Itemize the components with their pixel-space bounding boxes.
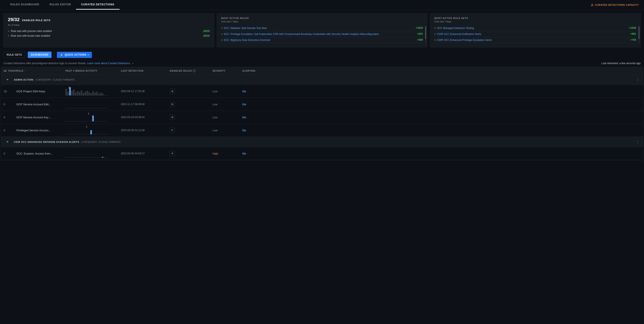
th-last-detection[interactable]: Last Detection bbox=[118, 67, 167, 74]
td-badge: B bbox=[167, 86, 210, 96]
group-row-cdir-scc: CDIR SCC Enhanced Defense Evasion Alerts… bbox=[1, 137, 643, 147]
spark-bar bbox=[81, 90, 82, 96]
active-rule-item-0: SCC: Malware: Bad Domain Test Alert +182… bbox=[221, 25, 423, 31]
rule-sets-precise-item: Rule sets with precise rules enabled 29/… bbox=[8, 29, 210, 34]
active-rule-count-1: +601 bbox=[417, 32, 423, 36]
scrollbar-track[interactable] bbox=[425, 26, 426, 44]
td-row-actions bbox=[274, 89, 284, 93]
th-alerting[interactable]: Alerting bbox=[240, 67, 274, 74]
th-actions bbox=[274, 67, 284, 74]
warning-triangle-icon: ⚠ bbox=[591, 3, 594, 6]
td-alerting: On bbox=[240, 88, 274, 95]
sort-ascending-icon: ↑ bbox=[24, 70, 26, 72]
th-rule[interactable]: Rule ↑ bbox=[14, 67, 63, 74]
td-severity: High bbox=[210, 150, 240, 157]
most-active-rule-sets-card: Most Active Rule Sets Over last 7 days S… bbox=[430, 13, 640, 47]
group-category-value: Cloud Threats bbox=[53, 78, 74, 81]
td-last-detection: 2023-03-24 03:38:44 bbox=[118, 114, 167, 121]
td-last-detection: 2023-03-06 04:03:17 bbox=[118, 150, 167, 157]
th-today[interactable]: Today bbox=[1, 67, 14, 74]
group-row-admin-action: Admin Action | Category: Cloud Threats ⋮ bbox=[1, 74, 643, 85]
tab-rules-dashboard[interactable]: Rules Dashboard bbox=[5, 0, 44, 10]
active-ruleset-link-2[interactable]: CDIR SCC Enhanced Privilege Escalation A… bbox=[437, 38, 493, 42]
spark-bar bbox=[77, 91, 78, 96]
most-active-rule-sets-subtitle: Over last 7 days bbox=[434, 20, 636, 23]
quick-actions-label: Quick Actions bbox=[64, 53, 86, 56]
spark-peak-label: 1 bbox=[86, 126, 87, 128]
spark-peak-label: 2 bbox=[88, 112, 89, 115]
lightning-icon: ⚡ bbox=[60, 53, 63, 56]
more-options-button[interactable]: ⋮ bbox=[632, 139, 643, 145]
active-ruleset-count-0: +1828 bbox=[629, 26, 636, 30]
tab-rules-editor[interactable]: Rules Editor bbox=[44, 0, 76, 10]
enabled-rule-sets-card: 29/32 Enabled Rule Sets As of today Rule… bbox=[4, 13, 214, 47]
spark-bar bbox=[79, 92, 80, 96]
group-expand-cdir-scc[interactable] bbox=[1, 141, 14, 142]
group-category: | Category: Cloud Threats bbox=[35, 78, 74, 81]
more-options-button[interactable]: ⋮ bbox=[632, 77, 643, 82]
most-active-rules-title: Most Active Rules bbox=[221, 17, 423, 20]
learn-more-link[interactable]: Learn more about Curated Detections. bbox=[87, 62, 131, 65]
sparkline-chart: 1 bbox=[66, 126, 108, 134]
bullet-icon bbox=[221, 40, 222, 41]
bullet-icon bbox=[8, 30, 9, 32]
most-active-rules-subtitle: Over last 7 days bbox=[221, 20, 423, 23]
td-last-detection: 2023-03-28 21:11:58 bbox=[118, 126, 167, 134]
td-rule-name: GCE Project SSH Keys bbox=[14, 88, 63, 95]
td-today: 0 bbox=[1, 114, 14, 121]
scrollbar-thumb[interactable] bbox=[425, 26, 426, 39]
th-enabled-rules[interactable]: Enabled Rules i bbox=[167, 67, 210, 74]
th-enabled-rules-label: Enabled Rules bbox=[170, 70, 192, 72]
scrollbar-thumb-2[interactable] bbox=[638, 26, 640, 39]
td-rule-name: GCP Service Account Key ... bbox=[14, 114, 63, 121]
refresh-time-value: a few seconds ago bbox=[619, 62, 640, 65]
rule-sets-broad-item: Rule sets with broad rules enabled 29/29 bbox=[8, 34, 210, 38]
group-category-value: Cloud Threats bbox=[99, 141, 120, 143]
active-rule-link-2[interactable]: SCC: BigQuery Data Extraction Enriched bbox=[224, 38, 272, 42]
td-activity bbox=[63, 147, 118, 160]
td-severity: Low bbox=[210, 88, 240, 95]
td-activity: 1 bbox=[63, 124, 118, 137]
active-rule-item-1: SCC: Privilege Escalation: Get Kubernete… bbox=[221, 31, 423, 37]
info-text: Curated Detections offer preconfigured d… bbox=[4, 62, 86, 65]
active-rule-link-1[interactable]: SCC: Privilege Escalation: Get Kubernete… bbox=[224, 32, 380, 36]
bullet-icon bbox=[221, 34, 222, 35]
th-activity[interactable]: Past 4 Weeks Activity bbox=[63, 67, 118, 74]
active-ruleset-link-0[interactable]: SCC Managed Detection Testing bbox=[437, 26, 476, 30]
badge-b-icon: B bbox=[170, 102, 175, 107]
info-bar: Curated Detections offer preconfigured d… bbox=[0, 60, 644, 67]
dashboard-button[interactable]: Dashboard bbox=[28, 52, 52, 58]
td-badge: B bbox=[167, 100, 210, 109]
spark-bar bbox=[92, 116, 94, 122]
active-ruleset-item-1: CDIR SCC Enhanced Exfiltration Alerts +9… bbox=[434, 31, 636, 37]
bullet-icon bbox=[221, 28, 222, 29]
td-alerting: On bbox=[240, 126, 274, 134]
group-expand-admin-action[interactable] bbox=[1, 79, 14, 80]
td-today: 0 bbox=[1, 100, 14, 108]
scrollbar-track-2[interactable] bbox=[638, 26, 640, 44]
table-header: Today Rule ↑ Past 4 Weeks Activity Last … bbox=[1, 67, 643, 74]
active-ruleset-link-1[interactable]: CDIR SCC Enhanced Exfiltration Alerts bbox=[437, 32, 483, 36]
enabled-rule-sets-label: Enabled Rule Sets bbox=[22, 19, 50, 22]
rule-sets-button[interactable]: Rule Sets bbox=[4, 52, 25, 58]
curated-detections-capacity-warning: ⚠ Curated Detections Capacity bbox=[591, 3, 639, 6]
active-rule-item-2: SCC: BigQuery Data Extraction Enriched +… bbox=[221, 37, 423, 43]
active-rule-link-0[interactable]: SCC: Malware: Bad Domain Test Alert bbox=[224, 26, 269, 30]
quick-actions-button[interactable]: ⚡ Quick Actions ▾ bbox=[57, 52, 92, 58]
collapse-all-icon[interactable] bbox=[4, 69, 6, 72]
td-alerting: On bbox=[240, 114, 274, 121]
spark-bar bbox=[73, 90, 74, 96]
th-severity[interactable]: Severity bbox=[210, 67, 240, 74]
td-alerting: On bbox=[240, 150, 274, 157]
td-alerting: On bbox=[240, 100, 274, 108]
tab-curated-detections[interactable]: Curated Detections bbox=[76, 0, 120, 10]
td-activity: 31 bbox=[63, 85, 118, 98]
warning-label: Curated Detections Capacity bbox=[595, 4, 639, 6]
table-row: 19 GCE Project SSH Keys 31 bbox=[1, 85, 643, 98]
refresh-time: Last refreshed: a few seconds ago bbox=[602, 62, 640, 65]
spark-bar bbox=[84, 92, 86, 96]
precise-rules-label: Rule sets with precise rules enabled bbox=[11, 30, 52, 32]
detections-table: Today Rule ↑ Past 4 Weeks Activity Last … bbox=[1, 67, 643, 160]
table-row: 0 Privileged Service Accoun... 1 bbox=[1, 124, 643, 137]
td-rule-name: SCC: Evasion: Access from... bbox=[14, 150, 63, 157]
